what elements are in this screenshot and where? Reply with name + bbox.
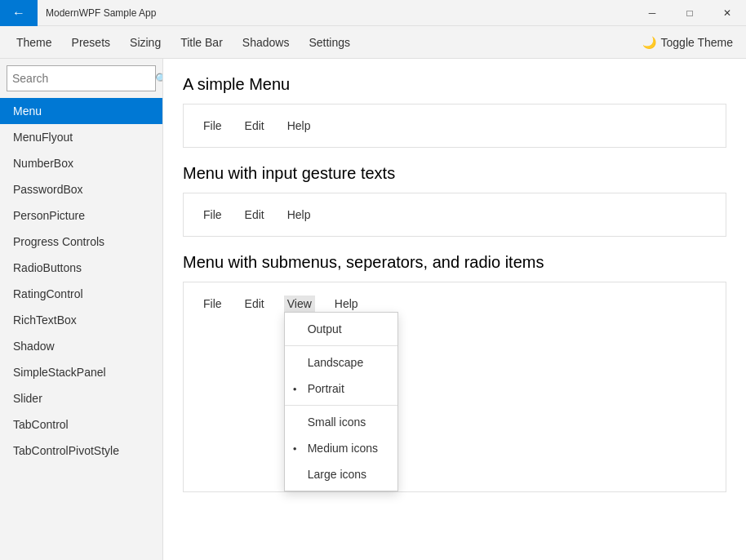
- sidebar-list: Menu MenuFlyout NumberBox PasswordBox Pe…: [0, 98, 162, 560]
- section-title-gesture-menu: Menu with input gesture texts: [183, 164, 726, 183]
- gesture-menu-items: File Edit Help: [200, 207, 709, 223]
- close-button[interactable]: ✕: [708, 0, 746, 26]
- minimize-button[interactable]: ─: [633, 0, 671, 26]
- gesture-menu-edit[interactable]: Edit: [242, 207, 268, 223]
- search-box[interactable]: 🔍: [7, 65, 156, 91]
- maximize-button[interactable]: □: [671, 0, 708, 26]
- submenu-view[interactable]: View: [284, 296, 315, 312]
- simple-menu-help[interactable]: Help: [284, 118, 314, 134]
- view-dropdown-menu: Output Landscape Portrait Small icons Me…: [284, 312, 398, 491]
- submenu-demo: File Edit View Output Landscape Portrait…: [183, 282, 726, 492]
- submenu-help[interactable]: Help: [331, 296, 362, 312]
- sidebar-item-menu[interactable]: Menu: [0, 98, 162, 124]
- submenu-view-container: View Output Landscape Portrait Small ico…: [284, 296, 315, 312]
- window-controls: ─ □ ✕: [633, 0, 746, 26]
- search-input[interactable]: [12, 72, 155, 85]
- sidebar-item-numberbox[interactable]: NumberBox: [0, 150, 162, 176]
- moon-icon: 🌙: [642, 36, 656, 49]
- menu-shadows[interactable]: Shadows: [233, 31, 300, 54]
- sidebar: 🔍 Menu MenuFlyout NumberBox PasswordBox …: [0, 59, 163, 560]
- sidebar-item-simplestackpanel[interactable]: SimpleStackPanel: [0, 359, 162, 385]
- toggle-theme-button[interactable]: 🌙 Toggle Theme: [642, 36, 739, 49]
- dropdown-separator-2: [285, 405, 397, 406]
- simple-menu-file[interactable]: File: [200, 118, 225, 134]
- sidebar-item-slider[interactable]: Slider: [0, 385, 162, 411]
- menu-presets[interactable]: Presets: [62, 31, 120, 54]
- simple-menu-demo: File Edit Help: [183, 104, 726, 148]
- sidebar-item-shadow[interactable]: Shadow: [0, 333, 162, 359]
- section-gesture-menu: Menu with input gesture texts File Edit …: [183, 164, 726, 237]
- submenu-file[interactable]: File: [200, 296, 225, 312]
- dropdown-medium-icons[interactable]: Medium icons: [285, 435, 397, 461]
- menu-theme[interactable]: Theme: [7, 31, 62, 54]
- section-title-simple-menu: A simple Menu: [183, 75, 726, 94]
- gesture-menu-help[interactable]: Help: [284, 207, 314, 223]
- gesture-menu-file[interactable]: File: [200, 207, 225, 223]
- main-content: A simple Menu File Edit Help Menu with i…: [163, 59, 746, 560]
- dropdown-output[interactable]: Output: [285, 316, 397, 342]
- simple-menu-edit[interactable]: Edit: [242, 118, 268, 134]
- dropdown-portrait[interactable]: Portrait: [285, 376, 397, 402]
- back-button[interactable]: ←: [0, 0, 38, 26]
- sidebar-item-personpicture[interactable]: PersonPicture: [0, 202, 162, 229]
- gesture-menu-demo: File Edit Help: [183, 193, 726, 237]
- section-title-submenu: Menu with submenus, seperators, and radi…: [183, 253, 726, 272]
- submenu-menu-items: File Edit View Output Landscape Portrait…: [200, 296, 709, 312]
- sidebar-item-menuflyout[interactable]: MenuFlyout: [0, 124, 162, 150]
- sidebar-item-ratingcontrol[interactable]: RatingControl: [0, 281, 162, 307]
- app-title: ModernWPF Sample App: [38, 7, 633, 19]
- section-simple-menu: A simple Menu File Edit Help: [183, 75, 726, 148]
- title-bar: ← ModernWPF Sample App ─ □ ✕: [0, 0, 746, 26]
- submenu-edit[interactable]: Edit: [242, 296, 268, 312]
- section-submenu: Menu with submenus, seperators, and radi…: [183, 253, 726, 492]
- dropdown-landscape[interactable]: Landscape: [285, 349, 397, 376]
- toggle-theme-label: Toggle Theme: [661, 36, 733, 49]
- dropdown-separator-1: [285, 345, 397, 346]
- sidebar-item-passwordbox[interactable]: PasswordBox: [0, 176, 162, 202]
- app-layout: 🔍 Menu MenuFlyout NumberBox PasswordBox …: [0, 59, 746, 560]
- search-icon: 🔍: [155, 73, 163, 85]
- sidebar-item-progress[interactable]: Progress Controls: [0, 229, 162, 255]
- sidebar-item-richtextbox[interactable]: RichTextBox: [0, 307, 162, 333]
- app-menu-bar: Theme Presets Sizing Title Bar Shadows S…: [0, 26, 746, 59]
- sidebar-item-radiobuttons[interactable]: RadioButtons: [0, 255, 162, 281]
- sidebar-item-tabcontrolpivotstyle[interactable]: TabControlPivotStyle: [0, 438, 162, 464]
- sidebar-item-tabcontrol[interactable]: TabControl: [0, 411, 162, 438]
- back-icon: ←: [12, 6, 25, 20]
- menu-sizing[interactable]: Sizing: [120, 31, 171, 54]
- simple-menu-items: File Edit Help: [200, 118, 709, 134]
- menu-settings[interactable]: Settings: [299, 31, 360, 54]
- menu-titlebar[interactable]: Title Bar: [171, 31, 233, 54]
- dropdown-large-icons[interactable]: Large icons: [285, 461, 397, 487]
- dropdown-small-icons[interactable]: Small icons: [285, 409, 397, 435]
